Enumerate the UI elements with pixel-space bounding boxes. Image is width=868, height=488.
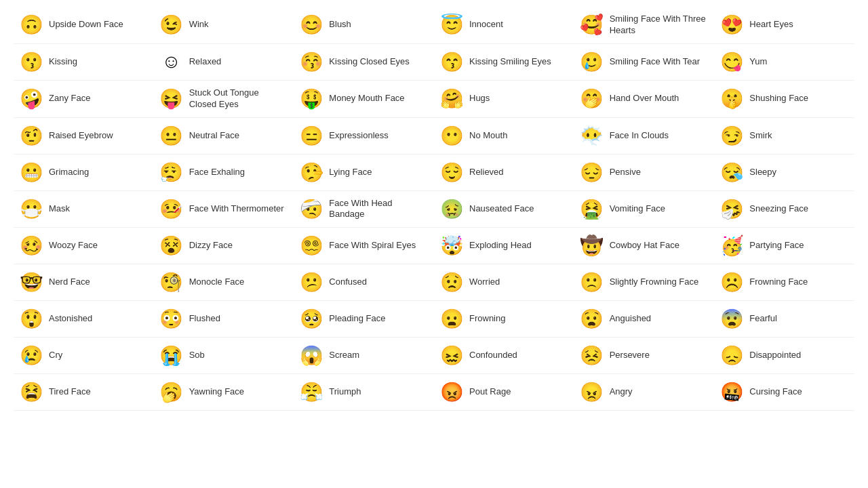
emoji-label: Woozy Face: [49, 240, 98, 251]
emoji-label: Mask: [49, 203, 70, 215]
list-item[interactable]: 😷Mask: [14, 191, 154, 228]
list-item[interactable]: 😖Confounded: [434, 338, 574, 374]
list-item[interactable]: 🤒Face With Thermometer: [154, 191, 294, 228]
list-item[interactable]: 😬Grimacing: [14, 155, 154, 191]
list-item[interactable]: 🤪Zany Face: [14, 81, 154, 118]
list-item[interactable]: 🥲Smiling Face With Tear: [574, 44, 715, 81]
list-item[interactable]: 😵Dizzy Face: [154, 228, 294, 264]
list-item[interactable]: 🥴Woozy Face: [14, 228, 154, 264]
emoji-icon: 😖: [439, 344, 464, 367]
list-item[interactable]: 🤧Sneezing Face: [714, 191, 854, 228]
emoji-label: Shushing Face: [749, 93, 808, 104]
emoji-label: Money Mouth Face: [329, 93, 404, 104]
list-item[interactable]: 😚Kissing Closed Eyes: [294, 44, 434, 81]
emoji-icon: 😉: [159, 14, 184, 36]
list-item[interactable]: 😨Fearful: [714, 301, 854, 338]
emoji-icon: 🥳: [719, 235, 744, 257]
emoji-icon: 😕: [299, 271, 323, 293]
list-item[interactable]: 😶‍🌫️Face In Clouds: [574, 118, 715, 155]
list-item[interactable]: 😞Disappointed: [714, 338, 854, 374]
list-item[interactable]: 🤫Shushing Face: [714, 81, 854, 118]
list-item[interactable]: 😧Anguished: [574, 301, 715, 338]
list-item[interactable]: 😐Neutral Face: [154, 118, 294, 155]
list-item[interactable]: 😵‍💫Face With Spiral Eyes: [294, 228, 434, 264]
list-item[interactable]: ☹️Frowning Face: [714, 264, 854, 301]
emoji-label: Confounded: [469, 350, 517, 361]
list-item[interactable]: 🤬Cursing Face: [714, 374, 854, 411]
list-item[interactable]: 😭Sob: [154, 338, 294, 374]
list-item[interactable]: 😊Blush: [294, 7, 434, 44]
list-item[interactable]: 🥰Smiling Face With Three Hearts: [574, 7, 715, 44]
emoji-label: Cowboy Hat Face: [610, 240, 679, 251]
list-item[interactable]: 😣Persevere: [574, 338, 715, 374]
list-item[interactable]: 😦Frowning: [434, 301, 574, 338]
list-item[interactable]: 😙Kissing Smiling Eyes: [434, 44, 574, 81]
list-item[interactable]: 😲Astonished: [14, 301, 154, 338]
list-item[interactable]: 😔Pensive: [574, 155, 715, 191]
emoji-icon: 😍: [719, 14, 744, 36]
list-item[interactable]: 😌Relieved: [434, 155, 574, 191]
list-item[interactable]: 😕Confused: [294, 264, 434, 301]
list-item[interactable]: 🤠Cowboy Hat Face: [574, 228, 715, 264]
list-item[interactable]: 😮‍💨Face Exhaling: [154, 155, 294, 191]
list-item[interactable]: 😏Smirk: [714, 118, 854, 155]
emoji-label: Pleading Face: [329, 313, 385, 325]
list-item[interactable]: 😍Heart Eyes: [714, 7, 854, 44]
emoji-label: Grimacing: [49, 167, 89, 178]
list-item[interactable]: 😗Kissing: [14, 44, 154, 81]
list-item[interactable]: 😋Yum: [714, 44, 854, 81]
list-item[interactable]: 🤮Vomiting Face: [574, 191, 715, 228]
list-item[interactable]: 🙁Slightly Frowning Face: [574, 264, 715, 301]
emoji-label: Cry: [49, 350, 62, 361]
list-item[interactable]: 🤓Nerd Face: [14, 264, 154, 301]
emoji-label: Sob: [189, 350, 205, 361]
list-item[interactable]: 🤢Nauseated Face: [434, 191, 574, 228]
list-item[interactable]: 🥱Yawning Face: [154, 374, 294, 411]
list-item[interactable]: 🤯Exploding Head: [434, 228, 574, 264]
list-item[interactable]: 😪Sleepy: [714, 155, 854, 191]
emoji-icon: 🤭: [580, 87, 604, 110]
list-item[interactable]: 😢Cry: [14, 338, 154, 374]
emoji-icon: 🤥: [299, 161, 323, 184]
list-item[interactable]: 🤕Face With Head Bandage: [294, 191, 434, 228]
emoji-icon: ☹️: [719, 271, 744, 293]
list-item[interactable]: 😠Angry: [574, 374, 715, 411]
emoji-icon: 😌: [439, 161, 464, 184]
emoji-label: Face With Head Bandage: [329, 198, 429, 221]
list-item[interactable]: 😳Flushed: [154, 301, 294, 338]
list-item[interactable]: 🧐Monocle Face: [154, 264, 294, 301]
emoji-label: Face With Thermometer: [189, 203, 284, 215]
emoji-icon: 😶: [439, 125, 464, 147]
list-item[interactable]: 😇Innocent: [434, 7, 574, 44]
list-item[interactable]: 😑Expressionless: [294, 118, 434, 155]
list-item[interactable]: 🤭Hand Over Mouth: [574, 81, 715, 118]
emoji-icon: 😣: [580, 344, 604, 367]
list-item[interactable]: 🥺Pleading Face: [294, 301, 434, 338]
list-item[interactable]: 😝Stuck Out Tongue Closed Eyes: [154, 81, 294, 118]
emoji-label: Face In Clouds: [610, 130, 669, 142]
list-item[interactable]: 😟Worried: [434, 264, 574, 301]
list-item[interactable]: 😤Triumph: [294, 374, 434, 411]
list-item[interactable]: 🤑Money Mouth Face: [294, 81, 434, 118]
list-item[interactable]: 🤨Raised Eyebrow: [14, 118, 154, 155]
emoji-icon: 🥰: [580, 14, 604, 36]
emoji-label: Kissing: [49, 56, 77, 68]
emoji-icon: 😑: [299, 125, 323, 147]
list-item[interactable]: 🤥Lying Face: [294, 155, 434, 191]
list-item[interactable]: 😱Scream: [294, 338, 434, 374]
emoji-icon: 😏: [719, 125, 744, 147]
emoji-label: No Mouth: [469, 130, 507, 142]
emoji-icon: 🤢: [439, 198, 464, 220]
list-item[interactable]: 🥳Partying Face: [714, 228, 854, 264]
list-item[interactable]: 😉Wink: [154, 7, 294, 44]
emoji-icon: 😱: [299, 344, 323, 367]
emoji-icon: 😷: [19, 198, 43, 220]
emoji-icon: 😝: [159, 87, 184, 110]
list-item[interactable]: 😫Tired Face: [14, 374, 154, 411]
list-item[interactable]: 🙃Upside Down Face: [14, 7, 154, 44]
emoji-icon: 🤓: [19, 271, 43, 293]
list-item[interactable]: ☺️Relaxed: [154, 44, 294, 81]
list-item[interactable]: 😡Pout Rage: [434, 374, 574, 411]
list-item[interactable]: 😶No Mouth: [434, 118, 574, 155]
list-item[interactable]: 🤗Hugs: [434, 81, 574, 118]
